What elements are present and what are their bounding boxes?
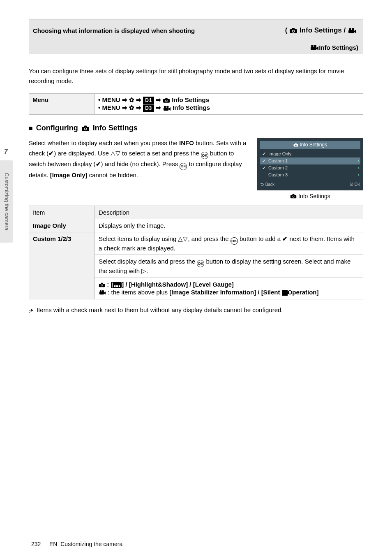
camera-icon xyxy=(81,125,90,132)
gear-icon xyxy=(129,104,134,111)
tab-d1-badge: D1 xyxy=(143,97,154,104)
display-settings-table: Item Description Image Only Displays onl… xyxy=(29,206,363,299)
svg-point-37 xyxy=(100,290,102,292)
svg-rect-13 xyxy=(165,98,167,100)
camera-icon xyxy=(99,282,105,289)
gear-icon xyxy=(129,96,134,103)
preview-row: ✔Custom 1› xyxy=(260,157,360,164)
svg-rect-28 xyxy=(293,194,295,195)
config-paragraph: Select whether to display each set when … xyxy=(29,138,251,180)
movie-icon xyxy=(99,289,106,296)
svg-rect-8 xyxy=(311,47,316,50)
table-header: Item xyxy=(29,206,95,219)
camera-icon xyxy=(293,142,298,148)
preview-ok-label: ☑ OK xyxy=(350,182,360,187)
svg-rect-35 xyxy=(99,292,104,294)
table-row-desc: Select display details and press the OK … xyxy=(95,255,363,278)
table-row-label: Image Only xyxy=(29,219,95,232)
section-heading: ■ Configuring Info Settings xyxy=(29,124,363,132)
svg-rect-25 xyxy=(295,143,297,144)
ok-button-icon: OK xyxy=(201,152,208,159)
config-area: Select whether to display each set when … xyxy=(29,138,363,200)
table-header: Description xyxy=(95,206,363,219)
ok-button-icon: OK xyxy=(197,260,204,267)
title-bar: Choosing what information is displayed w… xyxy=(29,19,363,54)
preview-caption: Info Settings xyxy=(257,193,363,200)
svg-marker-9 xyxy=(316,46,318,50)
intro-paragraph: You can configure three sets of display … xyxy=(29,66,363,86)
svg-point-6 xyxy=(349,28,351,30)
ok-button-icon: OK xyxy=(180,163,187,170)
camera-icon xyxy=(290,193,297,200)
table-row-desc: Select items to display using △▽, and pr… xyxy=(95,232,363,255)
svg-point-11 xyxy=(314,45,316,47)
svg-point-26 xyxy=(295,144,297,146)
live-view-button-icon xyxy=(282,290,288,296)
svg-point-30 xyxy=(293,196,294,197)
chevron-right-icon: › xyxy=(358,172,360,177)
square-bullet-icon: ■ xyxy=(29,125,33,132)
menu-label: Menu xyxy=(29,94,95,115)
svg-marker-17 xyxy=(169,107,171,111)
svg-point-15 xyxy=(166,100,167,102)
table-row-label: Custom 1/2/3 xyxy=(29,232,95,299)
histogram-icon xyxy=(113,282,122,288)
svg-point-23 xyxy=(85,128,86,130)
table-row-desc: : [] / [Highlight&Shadow] / [Level Gauge… xyxy=(95,278,363,299)
tip-note: ቃ Items with a check mark next to them b… xyxy=(29,305,363,315)
preview-back-label: ⮌ Back xyxy=(260,182,274,187)
svg-rect-16 xyxy=(164,108,169,111)
table-row-desc: Displays only the image. xyxy=(95,219,363,232)
page-number: 232 xyxy=(31,541,41,547)
side-section-number: 7 xyxy=(4,148,8,155)
svg-marker-36 xyxy=(104,292,106,294)
up-down-icon: △▽ xyxy=(111,150,120,157)
chevron-right-icon: › xyxy=(358,158,360,163)
screen-preview: Info Settings ✔Image Only ✔Custom 1› ✔Cu… xyxy=(257,138,363,200)
svg-rect-4 xyxy=(348,30,354,33)
camera-icon xyxy=(163,97,170,103)
check-icon: ✔ xyxy=(282,235,288,242)
svg-point-19 xyxy=(166,106,168,108)
svg-point-34 xyxy=(101,285,103,286)
movie-icon xyxy=(348,28,357,34)
preview-row: Custom 3› xyxy=(260,171,360,178)
svg-point-38 xyxy=(102,290,104,292)
svg-point-10 xyxy=(311,45,314,47)
side-tab-label: Customizing the camera xyxy=(0,160,13,243)
tip-icon: ቃ xyxy=(29,306,33,315)
preview-row: ✔Image Only xyxy=(260,150,360,157)
svg-rect-1 xyxy=(292,28,295,30)
menu-details: • MENU ➡ ➡ D1 ➡ Info Settings • MENU ➡ ➡… xyxy=(95,94,363,115)
check-icon: ✔ xyxy=(48,150,54,157)
svg-point-3 xyxy=(293,30,294,32)
preview-row: ✔Custom 2› xyxy=(260,164,360,171)
svg-marker-5 xyxy=(354,30,356,33)
svg-rect-32 xyxy=(101,282,103,284)
svg-point-7 xyxy=(352,28,354,30)
chevron-right-icon: › xyxy=(358,165,360,170)
menu-table: Menu • MENU ➡ ➡ D1 ➡ Info Settings • MEN… xyxy=(29,93,363,115)
svg-rect-21 xyxy=(84,125,87,127)
triangle-right-icon: ▷ xyxy=(141,267,146,274)
camera-icon xyxy=(289,28,297,34)
footer-label: EN Customizing the camera xyxy=(49,541,122,547)
check-icon: ✔ xyxy=(96,160,101,167)
preview-title: Info Settings xyxy=(260,141,360,149)
svg-point-18 xyxy=(164,106,166,108)
up-down-icon: △▽ xyxy=(178,235,188,242)
ok-button-icon: OK xyxy=(231,237,238,245)
tab-d3-badge: D3 xyxy=(143,104,154,112)
title-text: Choosing what information is displayed w… xyxy=(33,27,195,34)
movie-icon xyxy=(310,44,319,51)
movie-icon xyxy=(163,105,171,111)
